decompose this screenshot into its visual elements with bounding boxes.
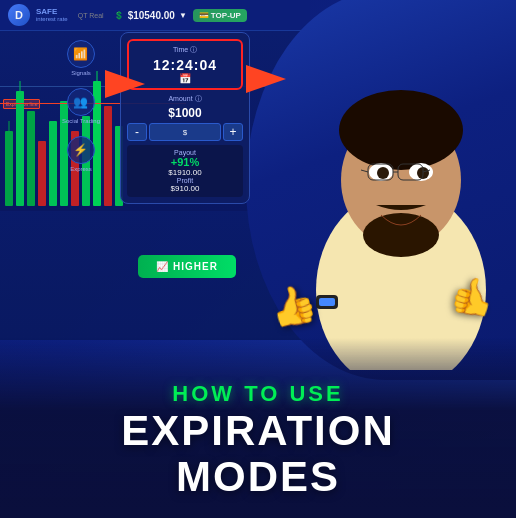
interest-rate-label: interest rate <box>36 16 68 22</box>
signals-icon-item[interactable]: 📶 Signals <box>67 40 95 76</box>
svg-marker-15 <box>246 65 286 93</box>
profit-label: Profit <box>131 177 239 184</box>
svg-point-23 <box>377 167 389 179</box>
expiration-text: EXPIRATION MODES <box>121 408 395 500</box>
trading-panel: Time ⓘ 12:24:04 📅 Amount ⓘ $1000 - $ + P… <box>120 32 250 204</box>
payout-amount: $1910.00 <box>131 168 239 177</box>
higher-icon: 📈 <box>156 261 169 272</box>
amount-display: $1000 <box>127 106 243 120</box>
topup-icon: 💳 <box>199 11 209 20</box>
time-display: 12:24:04 <box>133 57 237 73</box>
modes-word: MODES <box>176 453 340 500</box>
svg-rect-2 <box>27 111 35 206</box>
expiration-word: EXPIRATION <box>121 407 395 454</box>
amount-section: Amount ⓘ $1000 - $ + <box>127 94 243 141</box>
svg-marker-14 <box>105 70 145 98</box>
safe-label: SAFE <box>36 8 68 16</box>
social-trading-icon-item[interactable]: 👥 Social Trading <box>62 88 100 124</box>
signals-icon: 📶 <box>67 40 95 68</box>
svg-rect-9 <box>104 106 112 206</box>
plus-button[interactable]: + <box>223 123 243 141</box>
currency-button[interactable]: $ <box>149 123 221 141</box>
svg-rect-3 <box>38 141 46 206</box>
balance-arrow: ▼ <box>179 11 187 20</box>
time-icon: 📅 <box>133 73 237 84</box>
express-icon-item[interactable]: ⚡ Express <box>67 136 95 172</box>
svg-point-19 <box>339 90 463 170</box>
social-trading-icon: 👥 <box>67 88 95 116</box>
express-icon: ⚡ <box>67 136 95 164</box>
main-container: D SAFE interest rate QT Real 💲 $10540.00… <box>0 0 516 518</box>
bottom-text-area: HOW TO USE EXPIRATION MODES <box>0 338 516 518</box>
balance-area: 💲 $10540.00 ▼ <box>114 10 187 21</box>
topup-label: TOP-UP <box>211 11 241 20</box>
svg-rect-31 <box>319 298 335 306</box>
time-label: Time ⓘ <box>133 45 237 55</box>
arrow-left-icon <box>105 65 145 98</box>
signals-label: Signals <box>71 70 91 76</box>
express-label: Express <box>70 166 92 172</box>
higher-button[interactable]: 📈 HIGHER <box>138 255 236 278</box>
balance-text: $10540.00 <box>128 10 175 21</box>
minus-button[interactable]: - <box>127 123 147 141</box>
qt-real-label: QT Real <box>78 12 104 19</box>
profit-amount: $910.00 <box>131 184 239 193</box>
payout-label: Payout <box>131 149 239 156</box>
app-logo: D <box>8 4 30 26</box>
payout-section: Payout +91% $1910.00 Profit $910.00 <box>127 145 243 197</box>
svg-rect-4 <box>49 121 57 206</box>
how-to-use-text: HOW TO USE <box>172 381 343 407</box>
svg-point-20 <box>363 213 439 257</box>
amount-controls: - $ + <box>127 123 243 141</box>
arrow-right-icon <box>246 65 286 98</box>
topup-button[interactable]: 💳 TOP-UP <box>193 9 247 22</box>
payout-percent: +91% <box>131 156 239 168</box>
higher-label: HIGHER <box>173 261 218 272</box>
sidebar-right: 📶 Signals 👥 Social Trading ⚡ Express <box>62 40 100 172</box>
social-trading-label: Social Trading <box>62 118 100 124</box>
